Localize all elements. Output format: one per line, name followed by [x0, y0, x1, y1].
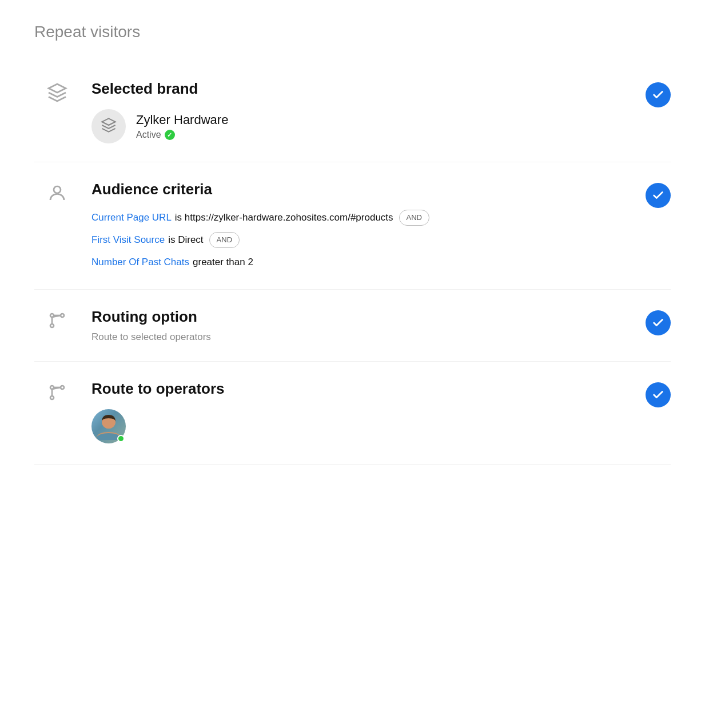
check-circle-2 [646, 183, 671, 208]
brand-avatar-icon [101, 117, 117, 135]
audience-section-icon [34, 181, 80, 203]
criteria-connector-1: AND [399, 210, 429, 226]
brand-active-indicator [165, 130, 175, 140]
selected-brand-section: Selected brand Zylker Hardware Active [34, 62, 671, 162]
criteria-op-3: greater than 2 [193, 254, 253, 271]
criteria-key-2: First Visit Source [91, 232, 165, 249]
route-to-operators-section: Route to operators [34, 362, 671, 465]
criteria-connector-2: AND [209, 232, 240, 248]
routing-option-content: Routing option Route to selected operato… [80, 308, 636, 343]
selected-brand-content: Selected brand Zylker Hardware Active [80, 80, 636, 143]
criteria-line-3: Number Of Past Chats greater than 2 [91, 254, 636, 271]
brand-row: Zylker Hardware Active [91, 109, 636, 143]
audience-criteria-section: Audience criteria Current Page URL is ht… [34, 162, 671, 290]
brand-name: Zylker Hardware [136, 113, 228, 127]
audience-criteria-check [636, 181, 671, 208]
check-circle-4 [646, 382, 671, 407]
svg-marker-0 [49, 84, 66, 93]
check-circle [646, 82, 671, 107]
audience-criteria-content: Audience criteria Current Page URL is ht… [80, 181, 636, 271]
brand-section-icon [34, 80, 80, 103]
route-to-operators-check [636, 380, 671, 407]
audience-criteria-title: Audience criteria [91, 181, 636, 198]
route-to-operators-content: Route to operators [80, 380, 636, 446]
brand-status-row: Active [136, 130, 228, 140]
criteria-key-3: Number Of Past Chats [91, 254, 189, 271]
routing-option-section: Routing option Route to selected operato… [34, 290, 671, 362]
brand-status-text: Active [136, 130, 161, 140]
criteria-op-1: is https://zylker-hardware.zohosites.com… [175, 210, 393, 226]
operator-avatar-wrapper [91, 409, 126, 443]
svg-point-5 [61, 314, 64, 317]
check-circle-3 [646, 310, 671, 335]
brand-avatar [91, 109, 126, 143]
svg-point-4 [50, 324, 54, 327]
selected-brand-check [636, 80, 671, 107]
svg-point-2 [54, 186, 61, 193]
selected-brand-title: Selected brand [91, 80, 636, 98]
operators-section-icon [34, 380, 80, 403]
criteria-key-1: Current Page URL [91, 210, 172, 226]
criteria-line-2: First Visit Source is Direct AND [91, 232, 636, 249]
routing-option-check [636, 308, 671, 335]
operators-list [91, 409, 636, 446]
routing-subtitle: Route to selected operators [91, 331, 636, 343]
page-title: Repeat visitors [34, 23, 671, 41]
routing-option-title: Routing option [91, 308, 636, 326]
criteria-list: Current Page URL is https://zylker-hardw… [91, 210, 636, 271]
svg-point-10 [50, 396, 54, 399]
svg-marker-1 [102, 118, 115, 125]
brand-info: Zylker Hardware Active [136, 113, 228, 140]
operator-online-indicator [117, 435, 125, 442]
route-to-operators-title: Route to operators [91, 380, 636, 398]
criteria-op-2: is Direct [168, 232, 203, 249]
criteria-line-1: Current Page URL is https://zylker-hardw… [91, 210, 636, 226]
svg-point-11 [61, 386, 64, 389]
routing-section-icon [34, 308, 80, 331]
